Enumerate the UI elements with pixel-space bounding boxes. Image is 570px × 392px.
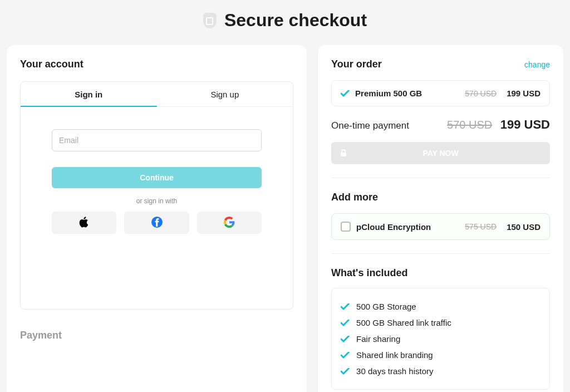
pay-now-button[interactable]: PAY NOW — [331, 142, 550, 164]
order-total-label: One-time payment — [331, 120, 409, 131]
order-item-label: Premium 500 GB — [355, 89, 459, 98]
sso-divider-text: or sign in with — [52, 197, 262, 205]
payment-section-heading: Payment — [20, 330, 293, 341]
order-total-old: 570 USD — [447, 119, 492, 131]
change-order-link[interactable]: change — [524, 60, 550, 69]
list-item: 500 GB Shared link traffic — [341, 315, 540, 331]
addmore-title: Add more — [331, 192, 550, 203]
check-icon — [341, 336, 350, 342]
account-card: Your account Sign in Sign up Continue or… — [7, 45, 307, 392]
email-field[interactable] — [52, 129, 262, 151]
lock-icon — [340, 149, 347, 157]
divider — [331, 253, 550, 254]
check-icon — [341, 320, 350, 326]
divider — [331, 178, 550, 178]
auth-tabs: Sign in Sign up — [21, 82, 293, 107]
facebook-icon — [151, 217, 163, 229]
check-icon — [341, 352, 350, 359]
order-item-premium: Premium 500 GB 570 USD 199 USD — [331, 80, 550, 106]
list-item: Shared link branding — [341, 347, 540, 363]
sso-apple-button[interactable] — [52, 212, 116, 234]
check-icon — [341, 368, 350, 375]
addon-encryption[interactable]: pCloud Encryption 575 USD 150 USD — [331, 213, 550, 240]
account-title: Your account — [20, 58, 293, 70]
order-card: Your order change Premium 500 GB 570 USD… — [318, 45, 563, 392]
sso-facebook-button[interactable] — [124, 212, 189, 234]
google-icon — [224, 217, 235, 229]
account-form-box: Sign in Sign up Continue or sign in with — [20, 81, 293, 310]
list-item: Fair sharing — [341, 331, 540, 347]
order-total-row: One-time payment 570 USD 199 USD — [331, 117, 550, 132]
tab-signup[interactable]: Sign up — [157, 82, 293, 107]
addon-checkbox[interactable] — [341, 222, 351, 232]
page-title: Secure checkout — [224, 10, 367, 31]
check-icon — [341, 303, 350, 310]
included-item-text: 500 GB Storage — [356, 302, 416, 311]
tab-signin[interactable]: Sign in — [21, 82, 157, 107]
addon-label: pCloud Encryption — [356, 222, 459, 232]
addon-new-price: 150 USD — [507, 222, 540, 232]
apple-icon — [78, 216, 90, 230]
included-item-text: Shared link branding — [356, 350, 433, 360]
pay-now-label: PAY NOW — [422, 149, 458, 158]
included-list: 500 GB Storage 500 GB Shared link traffi… — [331, 288, 550, 390]
order-title: Your order — [331, 58, 382, 70]
included-title: What's included — [331, 267, 550, 279]
included-item-text: Fair sharing — [356, 334, 400, 344]
included-item-text: 500 GB Shared link traffic — [356, 318, 451, 327]
list-item: 500 GB Storage — [341, 298, 540, 315]
page-header: Secure checkout — [7, 10, 563, 31]
check-icon — [341, 90, 350, 97]
continue-button[interactable]: Continue — [52, 167, 262, 188]
order-total-new: 199 USD — [500, 117, 550, 131]
sso-google-button[interactable] — [197, 212, 262, 234]
included-item-text: 30 days trash history — [356, 366, 433, 376]
addon-old-price: 575 USD — [465, 222, 497, 231]
list-item: 30 days trash history — [341, 363, 540, 379]
order-item-old-price: 570 USD — [465, 89, 497, 98]
order-item-new-price: 199 USD — [507, 89, 540, 98]
shield-icon — [203, 13, 217, 28]
svg-rect-1 — [341, 153, 346, 156]
